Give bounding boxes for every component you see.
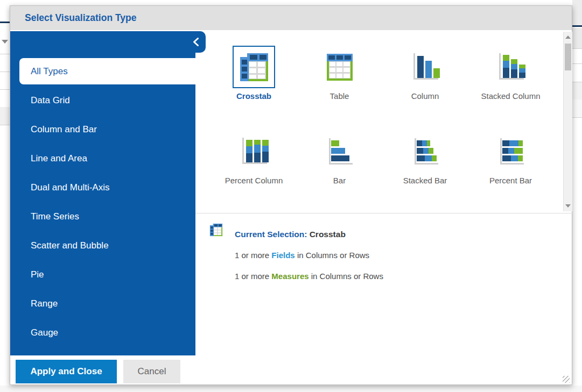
select-visualization-dialog: Select Visualization Type All Types Data… bbox=[10, 5, 572, 385]
gallery-scrollbar[interactable] bbox=[563, 32, 572, 211]
scroll-down-arrow-icon[interactable] bbox=[564, 202, 572, 210]
viz-tile-label: Percent Column bbox=[225, 176, 283, 185]
page-edge-right-row-line bbox=[572, 117, 582, 118]
page-edge-right-header bbox=[572, 0, 582, 25]
page-edge-left-row-line bbox=[0, 89, 10, 90]
sidebar-item-label: Scatter and Bubble bbox=[31, 240, 109, 251]
scrollbar-thumb[interactable] bbox=[565, 44, 571, 70]
sidebar-item-label: Time Series bbox=[31, 211, 79, 222]
requirement-term-measures: Measures bbox=[271, 272, 308, 281]
sidebar-item-label: Gauge bbox=[31, 327, 58, 338]
viz-tile-column[interactable]: Column bbox=[382, 46, 468, 101]
gallery-row-2: Percent Column Bar bbox=[211, 130, 553, 185]
viz-tile-label: Crosstab bbox=[236, 91, 271, 101]
table-icon bbox=[318, 46, 361, 88]
page-edge-left-row-line bbox=[0, 125, 10, 125]
page-edge-right-row bbox=[572, 99, 582, 117]
column-chart-icon bbox=[404, 46, 446, 88]
page-edge-left-toolbar-line bbox=[0, 22, 10, 23]
chevron-left-icon[interactable] bbox=[188, 35, 202, 49]
crosstab-mini-icon bbox=[209, 223, 223, 239]
stacked-column-chart-icon bbox=[489, 46, 532, 88]
viz-tile-label: Stacked Column bbox=[481, 91, 540, 101]
sidebar-item-data-grid[interactable]: Data Grid bbox=[10, 86, 195, 115]
sidebar-item-column-and-bar[interactable]: Column and Bar bbox=[10, 115, 195, 144]
page-edge-right-row-line bbox=[572, 63, 582, 64]
gallery-info-divider bbox=[195, 213, 573, 213]
viz-tile-label: Column bbox=[411, 91, 439, 101]
page-dropdown-caret-icon bbox=[2, 40, 8, 44]
current-selection-label: Current Selection: bbox=[235, 230, 307, 239]
viz-tile-label: Stacked Bar bbox=[403, 176, 447, 185]
viz-tile-stacked-bar[interactable]: Stacked Bar bbox=[382, 130, 468, 185]
crosstab-icon bbox=[233, 46, 275, 88]
dialog-title: Select Visualization Type bbox=[25, 12, 136, 24]
percent-column-chart-icon bbox=[233, 130, 275, 173]
page-edge-right-row bbox=[572, 82, 582, 99]
dialog-titlebar[interactable]: Select Visualization Type bbox=[10, 6, 572, 30]
sidebar-item-line-and-area[interactable]: Line and Area bbox=[10, 144, 195, 173]
page-edge-right-row-line bbox=[572, 82, 582, 82]
sidebar-item-gauge[interactable]: Gauge bbox=[10, 318, 195, 347]
viz-tile-label: Percent Bar bbox=[489, 176, 532, 185]
viz-tile-crosstab[interactable]: Crosstab bbox=[211, 46, 297, 101]
bar-chart-icon bbox=[318, 130, 361, 173]
sidebar-item-label: Range bbox=[31, 298, 58, 309]
requirement-fields: 1 or more Fields in Columns or Rows bbox=[235, 251, 369, 261]
cancel-button[interactable]: Cancel bbox=[123, 360, 180, 383]
viz-tile-percent-bar[interactable]: Percent Bar bbox=[468, 130, 553, 185]
sidebar: All Types Data Grid Column and Bar Line … bbox=[10, 53, 195, 355]
page-edge-left-row-line bbox=[0, 54, 10, 54]
requirement-text: in Columns or Rows bbox=[309, 272, 383, 281]
sidebar-item-label: Column and Bar bbox=[31, 124, 97, 135]
sidebar-item-range[interactable]: Range bbox=[10, 289, 195, 318]
viz-tile-bar[interactable]: Bar bbox=[297, 130, 382, 185]
requirement-measures: 1 or more Measures in Columns or Rows bbox=[235, 272, 383, 282]
gallery-row-1: Crosstab Table bbox=[211, 46, 553, 101]
viz-tile-percent-column[interactable]: Percent Column bbox=[211, 130, 297, 185]
sidebar-item-label: All Types bbox=[31, 66, 68, 77]
page-edge-right-toolbar-line bbox=[572, 25, 582, 27]
viz-tile-label: Table bbox=[330, 91, 349, 101]
requirement-term-fields: Fields bbox=[271, 251, 294, 260]
sidebar-item-label: Dual and Multi-Axis bbox=[31, 182, 109, 193]
viz-tile-stacked-column[interactable]: Stacked Column bbox=[468, 46, 553, 101]
requirement-text: in Columns or Rows bbox=[295, 251, 369, 260]
sidebar-item-label: Data Grid bbox=[31, 95, 70, 106]
sidebar-category-list: All Types Data Grid Column and Bar Line … bbox=[10, 53, 195, 347]
viz-tile-table[interactable]: Table bbox=[297, 46, 382, 101]
scroll-up-arrow-icon[interactable] bbox=[564, 33, 572, 41]
page-edge-bottom bbox=[0, 386, 582, 392]
current-selection-value: Crosstab bbox=[310, 230, 346, 239]
sidebar-item-label: Pie bbox=[31, 269, 44, 280]
sidebar-item-pie[interactable]: Pie bbox=[10, 260, 195, 289]
sidebar-item-dual-and-multi-axis[interactable]: Dual and Multi-Axis bbox=[10, 173, 195, 202]
sidebar-item-label: Line and Area bbox=[31, 153, 87, 164]
sidebar-item-time-series[interactable]: Time Series bbox=[10, 202, 195, 231]
requirement-text: 1 or more bbox=[235, 272, 271, 281]
page-edge-right-row-line bbox=[572, 48, 582, 49]
sidebar-item-all-types[interactable]: All Types bbox=[19, 58, 195, 84]
sidebar-item-scatter-and-bubble[interactable]: Scatter and Bubble bbox=[10, 231, 195, 260]
page-edge-right-row bbox=[572, 28, 582, 48]
sidebar-header bbox=[10, 31, 206, 53]
screen: Select Visualization Type All Types Data… bbox=[0, 0, 582, 392]
page-edge-left-row bbox=[0, 107, 10, 125]
stacked-bar-chart-icon bbox=[404, 130, 446, 173]
apply-and-close-button[interactable]: Apply and Close bbox=[16, 360, 117, 383]
page-edge-left-row-line bbox=[0, 72, 10, 72]
requirement-text: 1 or more bbox=[235, 251, 271, 260]
viz-tile-label: Bar bbox=[333, 176, 346, 185]
current-selection-line: Current Selection: Crosstab bbox=[235, 230, 346, 240]
percent-bar-chart-icon bbox=[489, 130, 532, 173]
resize-handle[interactable] bbox=[563, 376, 570, 383]
